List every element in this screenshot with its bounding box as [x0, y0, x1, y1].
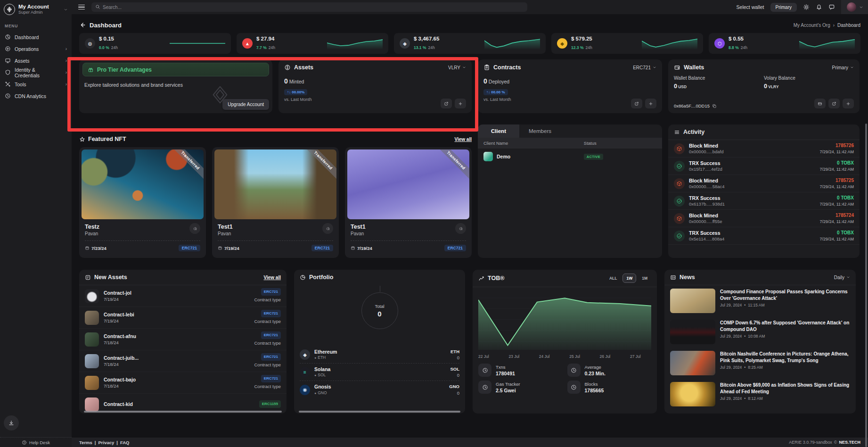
- search-input[interactable]: [91, 2, 527, 12]
- assets-add-button[interactable]: [455, 99, 466, 108]
- activity-type: Block Mined: [689, 142, 723, 149]
- portfolio-row[interactable]: ≡ Solana ●SOL SOL 0: [300, 364, 459, 381]
- org-switcher[interactable]: My Account Super Admin: [0, 0, 72, 20]
- market-card[interactable]: ◆ $ 579.25 12.3 %24h: [551, 33, 703, 54]
- tob-title: TOB®: [488, 275, 504, 281]
- clock-icon: [478, 364, 491, 377]
- tob-stats: Txns 1780491 Average 0.23 Min.: [473, 359, 657, 398]
- coin-price: $ 0.15: [99, 35, 118, 42]
- transferred-ribbon: Transferred: [433, 149, 469, 183]
- copyright-symbol: ©: [834, 440, 837, 445]
- footer-link-privacy[interactable]: Privacy: [98, 440, 114, 445]
- activity-time: 7/29/24, 11:42 AM: [820, 236, 854, 242]
- table-row[interactable]: Demo ACTIVE: [478, 149, 662, 165]
- wallet-open-button[interactable]: [828, 99, 840, 108]
- wallet-add-button[interactable]: [843, 99, 854, 108]
- back-arrow-icon[interactable]: [79, 22, 86, 28]
- list-item[interactable]: Contract-afnu 7/18/24 ERC721 Contract ty…: [79, 329, 287, 350]
- assets-open-button[interactable]: [441, 99, 452, 108]
- theme-toggle-sun-icon[interactable]: [803, 4, 810, 10]
- tob-stat-label: Average: [585, 364, 606, 370]
- wallet-card-button[interactable]: [814, 99, 826, 108]
- coin-icon: ◆: [557, 38, 567, 49]
- activity-item[interactable]: Block Mined 0x00000.....ff55e 1785724 7/…: [668, 210, 860, 227]
- help-desk-link[interactable]: Help Desk: [0, 437, 72, 447]
- news-list: Compound Finance Proposal Passes Sparkin…: [664, 285, 856, 410]
- x-tick-label: 22 Jul: [478, 354, 489, 359]
- market-card[interactable]: ◍ $ 0.15 0.0 %24h: [79, 33, 231, 54]
- hamburger-menu-icon[interactable]: [76, 3, 87, 12]
- wallets-filter-dropdown[interactable]: Primary: [832, 65, 854, 70]
- chevron-down-icon: [850, 66, 854, 69]
- download-icon: [8, 420, 15, 426]
- activity-item[interactable]: TRX Success 0x5e114.....808a4 0 TOBX 7/2…: [668, 227, 860, 245]
- news-date: Jul 29, 2024: [720, 396, 742, 401]
- contracts-open-button[interactable]: [631, 99, 642, 108]
- footer-link-terms[interactable]: Terms: [79, 440, 92, 445]
- horizontal-scrollbar[interactable]: [84, 411, 282, 413]
- brand-watermark-icon: [209, 84, 231, 106]
- sidebar-item-cdn-analytics[interactable]: CDN Analytics: [0, 90, 72, 102]
- activity-item[interactable]: Block Mined 0x00000.....bdafd 1785726 7/…: [668, 140, 860, 157]
- activity-item[interactable]: TRX Success 0x6137b.....938d1 0 TOBX 7/2…: [668, 192, 860, 210]
- breadcrumb-org[interactable]: My Account's Org: [794, 23, 830, 28]
- assets-filter-dropdown[interactable]: VLRY: [448, 65, 466, 70]
- contracts-add-button[interactable]: [645, 99, 656, 108]
- nft-card[interactable]: Transferred Test1 Pavan: [212, 147, 339, 258]
- primary-wallet-button[interactable]: Primary: [770, 3, 797, 12]
- market-card[interactable]: ⬡ $ 0.55 8.8 %24h: [709, 33, 860, 54]
- news-item[interactable]: COMP Down 6.7% after Supposed 'Governanc…: [664, 316, 856, 348]
- activity-item[interactable]: TRX Success 0x15f17.....4ef2d 0 TOBX 7/2…: [668, 157, 860, 175]
- range-1m-button[interactable]: 1M: [638, 273, 651, 283]
- range-1w-button[interactable]: 1W: [622, 273, 636, 283]
- nft-card[interactable]: Transferred Testz Pavan: [79, 147, 206, 258]
- portfolio-row[interactable]: ◆ Ethereum ●ETH ETH 0: [300, 346, 459, 364]
- horizontal-scrollbar[interactable]: [299, 411, 460, 413]
- news-item[interactable]: Bitcoin Nashville Conference in Pictures…: [664, 348, 856, 379]
- chat-icon[interactable]: [828, 4, 835, 10]
- clock-icon: [567, 381, 581, 394]
- list-item[interactable]: Contract-bajo 7/18/24 ERC721 Contract ty…: [79, 372, 287, 394]
- tab-members[interactable]: Members: [519, 124, 561, 138]
- sidebar-item-assets[interactable]: Assets ›: [0, 55, 72, 66]
- coin-price: $ 579.25: [571, 35, 592, 42]
- copy-icon[interactable]: [712, 104, 717, 108]
- news-item[interactable]: Compound Finance Proposal Passes Sparkin…: [664, 285, 856, 316]
- sidebar-item-identity-credentials[interactable]: Identity & Credentials ›: [0, 66, 72, 78]
- sidebar-item-dashboard[interactable]: Dashboard: [0, 31, 72, 43]
- news-item[interactable]: Bitcoin Above $69,000 as Inflation Shows…: [664, 379, 856, 410]
- nft-card[interactable]: Transferred Test1 Pavan: [345, 147, 472, 258]
- contracts-filter-dropdown[interactable]: ERC721: [633, 65, 656, 70]
- help-icon: [22, 440, 27, 445]
- footer-link-faq[interactable]: FAQ: [120, 440, 130, 445]
- notifications-bell-icon[interactable]: [816, 4, 822, 10]
- sidebar-item-tools[interactable]: Tools ›: [0, 78, 72, 90]
- featured-nft-view-all-link[interactable]: View all: [454, 137, 472, 142]
- nft-creator: Pavan: [218, 231, 233, 237]
- range-all-button[interactable]: ALL: [606, 273, 621, 283]
- list-item[interactable]: Contract-jol 7/19/24 ERC721 Contract typ…: [79, 285, 287, 307]
- asset-name: Contract-afnu: [104, 333, 136, 340]
- nft-fingerprint-button[interactable]: [455, 223, 466, 234]
- check-circle-icon: [676, 198, 682, 204]
- nft-fingerprint-button[interactable]: [322, 223, 333, 234]
- chevron-down-icon: [462, 66, 466, 69]
- portfolio-row[interactable]: ◉ Gnosis ●GNO GNO 0: [300, 381, 459, 398]
- activity-value: 0 TOBX: [820, 195, 854, 201]
- market-card[interactable]: ▲ $ 27.94 7.7 %24h: [237, 33, 388, 54]
- activity-item[interactable]: Block Mined 0x00000.....58ac4 1785725 7/…: [668, 175, 860, 192]
- x-tick-label: 23 Jul: [508, 354, 519, 359]
- tab-client[interactable]: Client: [478, 124, 519, 138]
- asset-thumbnail: [85, 311, 99, 325]
- download-button[interactable]: [4, 415, 19, 430]
- new-assets-view-all-link[interactable]: View all: [263, 275, 281, 280]
- nft-fingerprint-button[interactable]: [189, 223, 200, 234]
- user-menu[interactable]: [841, 0, 868, 14]
- market-card[interactable]: ◆ $ 3,467.65 13.1 %24h: [394, 33, 546, 54]
- list-item[interactable]: Contract-lebi 7/19/24 ERC721 Contract ty…: [79, 307, 287, 329]
- page-scrollbar[interactable]: [865, 124, 867, 447]
- list-item[interactable]: Contract-juib... 7/18/24 ERC721 Contract…: [79, 350, 287, 372]
- asset-name: Contract-bajo: [104, 376, 136, 383]
- news-frequency-dropdown[interactable]: Daily: [834, 275, 850, 280]
- sidebar-item-operations[interactable]: Operations ›: [0, 43, 72, 55]
